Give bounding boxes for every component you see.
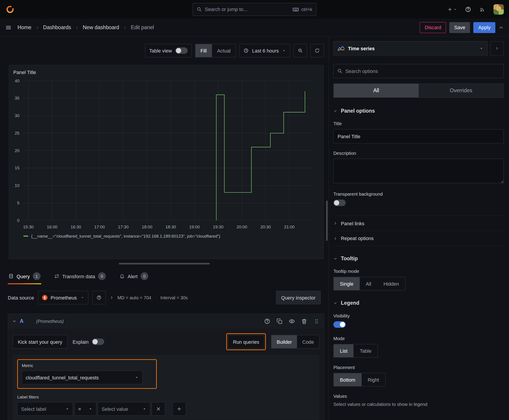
grafana-logo[interactable] [5, 5, 15, 14]
panel-description-input[interactable] [333, 159, 504, 183]
add-filter-button[interactable] [172, 402, 186, 416]
expand-query-options-button[interactable] [110, 296, 114, 300]
panel-edit-main: Table view Fill Actual Last 6 hours [0, 37, 328, 420]
drag-handle-icon[interactable] [313, 318, 320, 325]
tab-alert[interactable]: Alert 0 [119, 270, 149, 284]
select-value-dropdown[interactable]: Select value [98, 402, 150, 416]
vertical-scrollbar[interactable] [326, 201, 328, 241]
duplicate-query-icon[interactable] [276, 318, 283, 325]
promql-builder: Metric cloudflared_tunnel_total_requests… [13, 355, 319, 420]
plus-icon [447, 7, 452, 12]
datasource-help-button[interactable] [92, 291, 106, 304]
run-queries-button[interactable]: Run queries [228, 335, 264, 349]
breadcrumb-home[interactable]: Home [17, 24, 31, 30]
svg-text:19:30: 19:30 [213, 225, 224, 229]
metric-select[interactable]: cloudflared_tunnel_total_requests [22, 371, 143, 384]
time-series-chart[interactable]: 051015202530354015:3016:0016:3017:0017:3… [9, 76, 316, 231]
breadcrumb-new-dashboard[interactable]: New dashboard [83, 24, 119, 30]
visualization-picker[interactable]: Time series [333, 41, 487, 56]
options-search-input[interactable] [345, 68, 500, 74]
transform-icon [54, 273, 59, 279]
zoom-out-icon [298, 48, 303, 53]
breadcrumb-dashboards[interactable]: Dashboards [43, 24, 71, 30]
datasource-picker[interactable]: Prometheus [38, 291, 88, 304]
tooltip-mode-single[interactable]: Single [334, 277, 359, 290]
legend-heading-label: Legend [341, 300, 359, 306]
refresh-button[interactable] [310, 44, 324, 57]
remove-filter-button[interactable] [152, 402, 165, 416]
table-view-toggle[interactable] [175, 47, 187, 54]
breadcrumb-separator-icon [35, 26, 39, 29]
kick-start-query-button[interactable]: Kick start your query [13, 335, 67, 349]
svg-text:18:30: 18:30 [165, 225, 176, 229]
fill-option[interactable]: Fill [195, 44, 212, 57]
new-button[interactable] [447, 7, 457, 12]
panel-links-section[interactable]: Panel links [333, 215, 504, 231]
global-search-input[interactable] [205, 7, 290, 12]
operator-value: = [78, 406, 81, 412]
chevron-down-icon[interactable] [12, 319, 16, 323]
query-inspector-button[interactable]: Query inspector [276, 291, 321, 304]
legend-placement-bottom[interactable]: Bottom [334, 373, 362, 386]
legend-heading[interactable]: Legend [333, 300, 504, 306]
collapse-options-pane-button[interactable] [490, 41, 504, 56]
chevron-down-icon [333, 301, 337, 305]
svg-text:20: 20 [15, 148, 20, 153]
actual-option[interactable]: Actual [212, 44, 236, 57]
zoom-out-button[interactable] [294, 44, 307, 57]
global-search[interactable]: ctrl+k [193, 3, 317, 16]
query-row: A (Prometheus) Kick start your query [8, 314, 324, 420]
legend-section: Legend Visibility Mode List Table Placem… [333, 300, 504, 407]
breadcrumb: Home Dashboards New dashboard Edit panel [17, 24, 154, 30]
datasource-row: Data source Prometheus [0, 284, 328, 304]
tab-all[interactable]: All [334, 84, 418, 97]
tooltip-mode-all[interactable]: All [359, 277, 377, 290]
query-row-header[interactable]: A (Prometheus) [8, 314, 324, 329]
toggle-query-visibility-icon[interactable] [289, 318, 295, 325]
save-button[interactable]: Save [449, 22, 470, 33]
chevron-down-icon [80, 296, 84, 300]
query-help-icon[interactable] [264, 318, 270, 325]
panel-title-input[interactable] [333, 129, 504, 144]
transparent-background-toggle[interactable] [333, 200, 346, 206]
help-button[interactable] [465, 6, 471, 13]
apply-button[interactable]: Apply [473, 22, 495, 33]
explain-toggle[interactable] [92, 338, 104, 345]
horizontal-scrollbar[interactable] [119, 263, 210, 264]
svg-text:30: 30 [15, 113, 20, 118]
select-label-dropdown[interactable]: Select label [17, 402, 73, 416]
tab-overrides[interactable]: Overrides [418, 84, 503, 97]
time-range-picker[interactable]: Last 6 hours [239, 44, 290, 57]
operator-dropdown[interactable]: = [74, 402, 96, 416]
tooltip-mode-hidden[interactable]: Hidden [377, 277, 405, 290]
interval-stat: Interval = 30s [160, 295, 188, 300]
tab-alert-label: Alert [128, 273, 137, 279]
builder-option[interactable]: Builder [272, 335, 297, 348]
panel-title[interactable]: Panel Title [9, 65, 323, 76]
svg-text:19:00: 19:00 [189, 225, 200, 229]
panel-options-heading[interactable]: Panel options [333, 108, 504, 114]
options-search[interactable] [333, 64, 504, 78]
user-avatar[interactable] [494, 4, 504, 14]
tab-transform-data[interactable]: Transform data 0 [53, 270, 106, 284]
repeat-options-section[interactable]: Repeat options [333, 231, 504, 246]
legend-visibility-toggle[interactable] [333, 321, 346, 328]
collapse-header-button[interactable] [499, 25, 504, 30]
tab-query[interactable]: Query 1 [8, 270, 41, 284]
tooltip-heading[interactable]: Tooltip [333, 256, 504, 262]
news-button[interactable] [479, 6, 486, 13]
menu-toggle-button[interactable] [5, 24, 12, 31]
discard-button[interactable]: Discard [420, 22, 446, 33]
run-queries-highlight: Run queries [226, 333, 266, 350]
legend-series-label[interactable]: {__name__="cloudflared_tunnel_total_requ… [31, 233, 220, 239]
legend-mode-list[interactable]: List [334, 344, 354, 357]
svg-text:18:00: 18:00 [142, 225, 152, 229]
delete-query-icon[interactable] [301, 318, 307, 325]
breadcrumb-bar: Home Dashboards New dashboard Edit panel… [0, 18, 509, 37]
legend-placement-right[interactable]: Right [362, 373, 385, 386]
code-option[interactable]: Code [297, 335, 319, 348]
legend-mode-table[interactable]: Table [354, 344, 378, 357]
svg-text:17:00: 17:00 [94, 225, 105, 229]
legend-mode-group: List Table [333, 344, 378, 358]
chart-legend[interactable]: {__name__="cloudflared_tunnel_total_requ… [9, 232, 323, 242]
